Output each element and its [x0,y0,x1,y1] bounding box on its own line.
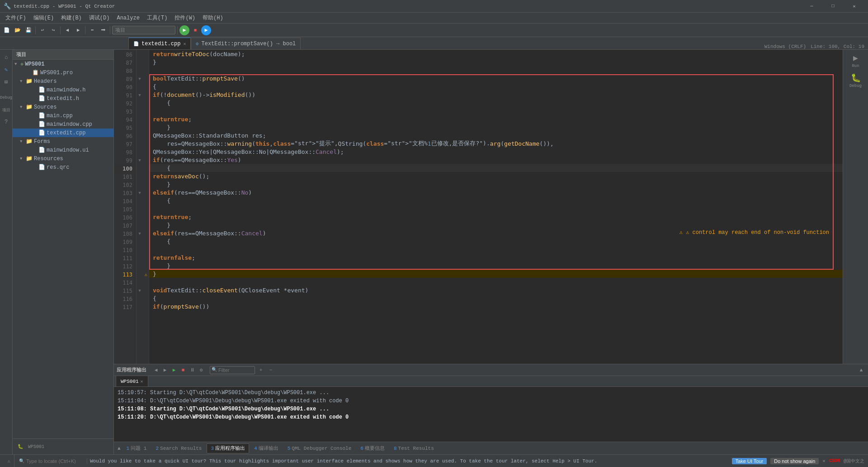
output-subtab-close[interactable]: ✕ [141,379,143,384]
fold-marker[interactable] [137,238,143,246]
bottom-tab-8[interactable]: 8 Test Results [390,443,438,453]
tree-textedit-cpp[interactable]: 📄 textedit.cpp [13,129,113,137]
tab-promptsave[interactable]: ⚙ TextEdit::promptSave() → bool [191,38,301,49]
project-icon-btn[interactable]: 项目 [0,104,12,116]
menu-help[interactable]: 帮助(H) [199,13,227,23]
fold-marker[interactable] [137,246,143,254]
fold-marker[interactable] [137,67,143,75]
fold-marker[interactable]: ▼ [137,287,143,295]
fold-marker[interactable] [137,197,143,205]
fold-marker[interactable] [137,140,143,148]
save-btn[interactable]: 💾 [24,25,33,35]
bottom-status-icon[interactable]: ▲ [116,445,123,452]
menu-tools[interactable]: 工具(T) [143,13,171,23]
project-combo[interactable]: 项目 [112,26,175,34]
design-icon-btn[interactable]: ⊞ [0,76,12,88]
tab-close-1[interactable]: ✕ [183,41,186,47]
fold-marker[interactable] [137,214,143,222]
tree-headers[interactable]: ▼ 📁 Headers [13,77,113,86]
fold-marker[interactable] [137,83,143,91]
collapse-icon[interactable]: ▲ [857,366,865,374]
fold-marker[interactable] [137,59,143,67]
dismiss-tour-btn[interactable]: Do not show again [770,458,819,464]
welcome-icon-btn[interactable]: ⌂ [0,52,12,63]
back-btn[interactable]: ◄ [62,25,72,35]
output-run-btn[interactable]: ▶ [170,366,178,374]
tab-textedit-cpp[interactable]: 📄 textedit.cpp ✕ [128,38,191,49]
bottom-tab-6[interactable]: 6 概要信息 [356,443,389,453]
bottom-tab-1[interactable]: 1 问题 1 [123,443,151,453]
bottom-tab-3[interactable]: 3 应用程序输出 [207,443,249,453]
run-btn[interactable]: ▶ [179,25,189,35]
undo-btn[interactable]: ↩ [38,25,47,35]
debug-bottom-icon[interactable]: 🐛 [14,441,26,453]
tree-forms[interactable]: ▼ 📁 Forms [13,137,113,146]
output-settings-btn[interactable]: ⚙ [197,366,205,374]
fold-marker[interactable] [137,124,143,132]
forward-btn[interactable]: ► [73,25,83,35]
fold-marker[interactable] [137,279,143,287]
fold-marker[interactable]: ▼ [137,91,143,100]
fold-marker[interactable] [137,165,143,173]
next-loc[interactable]: ⮕ [98,25,108,35]
remove-output-btn[interactable]: − [267,366,275,374]
prev-loc[interactable]: ⬅ [87,25,97,35]
type-to-locate[interactable]: 🔍 [17,458,87,464]
fold-marker[interactable] [137,254,143,262]
fold-marker[interactable]: ▼ [137,157,143,165]
output-pause-btn[interactable]: ⏸ [188,366,196,374]
fold-marker[interactable] [137,205,143,214]
menu-analyze[interactable]: Analyze [113,13,143,23]
tree-pro[interactable]: 📋 WPS001.pro [13,68,113,77]
output-collapse-btn[interactable]: ▲ [857,366,865,374]
menu-controls[interactable]: 控件(W) [171,13,199,23]
tree-resources[interactable]: ▼ 📁 Resources [13,154,113,163]
code-editor[interactable]: 8687888990919293949596979899100101102103… [114,50,843,364]
menu-edit[interactable]: 编辑(E) [30,13,58,23]
minimize-btn[interactable]: — [802,0,822,13]
output-subtab-wps001[interactable]: WPS001 ✕ [116,376,148,386]
maximize-btn[interactable]: □ [823,0,843,13]
tree-main-cpp[interactable]: 📄 main.cpp [13,111,113,120]
bottom-tab-4[interactable]: 4 编译输出 [250,443,283,453]
tree-mainwindow-cpp[interactable]: 📄 mainwindow.cpp [13,120,113,129]
fold-marker[interactable] [137,116,143,124]
fold-marker[interactable] [137,148,143,157]
stop-btn[interactable]: ■ [190,25,200,35]
locate-input[interactable] [26,458,85,464]
status-close-btn[interactable]: ✕ [822,458,826,464]
tree-mainwindow-ui[interactable]: 📄 mainwindow.ui [13,146,113,154]
bottom-tab-2[interactable]: 2 Search Results [151,443,206,453]
fold-marker[interactable]: ▼ [137,75,143,83]
run-right-btn[interactable]: ▶ Run [847,52,865,70]
code-content[interactable]: return writeToDoc(docName);} bool TextEd… [149,50,843,364]
tree-sources[interactable]: ▼ 📁 Sources [13,103,113,111]
bottom-tab-5[interactable]: 5 QML Debugger Console [283,443,356,453]
output-stop-btn[interactable]: ■ [179,366,187,374]
fold-marker[interactable] [137,295,143,303]
fold-marker[interactable] [137,262,143,271]
fold-marker[interactable] [137,222,143,230]
redo-btn[interactable]: ↪ [48,25,58,35]
edit-icon-btn[interactable]: ✎ [0,64,12,76]
fold-marker[interactable] [137,51,143,59]
help-icon-btn[interactable]: ? [0,116,12,128]
menu-build[interactable]: 构建(B) [57,13,85,23]
open-btn[interactable]: 📂 [13,25,23,35]
fold-marker[interactable] [137,173,143,181]
debug-icon-btn[interactable]: Debug [0,92,12,104]
debug-right-btn[interactable]: 🐛 Debug [847,71,865,90]
fold-marker[interactable]: ▼ [137,230,143,238]
fold-marker[interactable] [137,303,143,311]
fold-marker[interactable] [137,100,143,108]
fold-marker[interactable] [137,271,143,279]
debug-run-btn[interactable]: ▶ [201,25,211,35]
add-output-btn[interactable]: + [257,366,265,374]
tree-mainwindow-h[interactable]: 📄 mainwindow.h [13,86,113,94]
fold-marker[interactable] [137,132,143,140]
tree-wps001[interactable]: ▼ ◈ WPS001 [13,60,113,68]
menu-file[interactable]: 文件(F) [2,13,30,23]
take-tour-btn[interactable]: Take UI Tour [732,458,767,464]
tree-res-qrc[interactable]: 📄 res.qrc [13,163,113,172]
menu-debug[interactable]: 调试(D) [85,13,113,23]
